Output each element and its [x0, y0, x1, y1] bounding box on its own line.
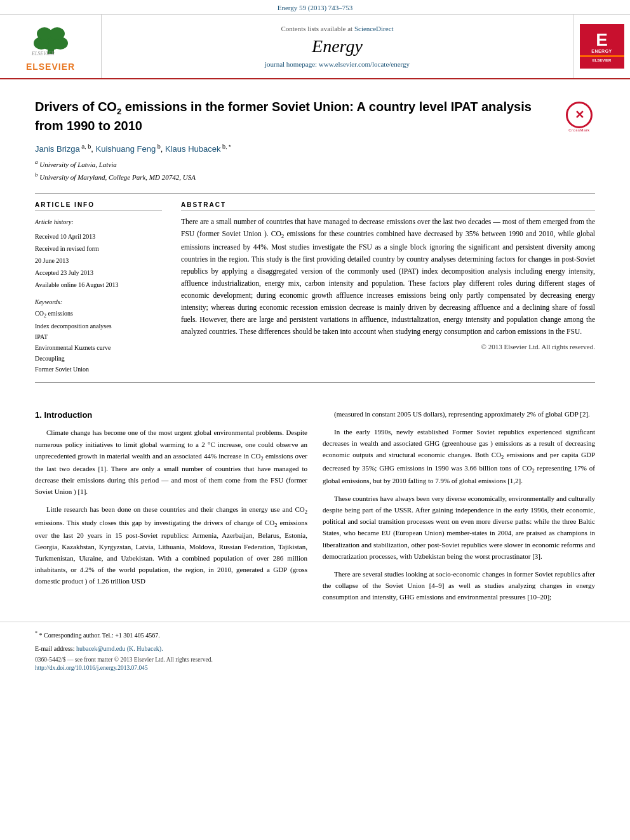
accepted-date: Accepted 23 July 2013 — [35, 267, 162, 279]
corresponding-note: * * Corresponding author. Tel.: +1 301 4… — [35, 630, 595, 641]
page-footer: * * Corresponding author. Tel.: +1 301 4… — [0, 622, 630, 677]
available-online: Available online 16 August 2013 — [35, 279, 162, 291]
feng-affil-sup: b — [156, 143, 161, 150]
energy-logo-sub: ELSEVIER — [593, 58, 612, 62]
keyword-index: Index decomposition analyses — [35, 321, 162, 331]
intro-para-5: These countries have always been very di… — [323, 493, 595, 562]
crossmark-circle: ✕ — [566, 102, 593, 128]
svg-point-5 — [50, 27, 65, 40]
article-info-abstract-section: ARTICLE INFO Article history: Received 1… — [35, 193, 595, 383]
article-content: Drivers of CO2 emissions in the former S… — [0, 79, 630, 408]
top-bar: Energy 59 (2013) 743–753 — [0, 0, 630, 15]
authors-line: Janis Brizga a, b, Kuishuang Feng b, Kla… — [35, 143, 595, 154]
intro-para-1: Climate change has become one of the mos… — [35, 427, 307, 497]
energy-logo-letter: E — [596, 31, 608, 49]
crossmark-badge[interactable]: ✕ CrossMark — [563, 102, 595, 132]
elsevier-tree-icon: ELSEVIER — [29, 21, 73, 56]
received-date: Received 10 April 2013 — [35, 230, 162, 243]
received-revised-label: Received in revised form — [35, 243, 162, 255]
article-title-text: Drivers of CO2 emissions in the former S… — [35, 98, 554, 135]
elsevier-logo: ELSEVIER ELSEVIER — [26, 21, 75, 72]
crossmark-label: CrossMark — [568, 128, 590, 132]
keyword-ekc: Environmental Kuznets curve — [35, 342, 162, 353]
body-content: 1. Introduction Climate change has becom… — [0, 408, 630, 609]
journal-reference: Energy 59 (2013) 743–753 — [278, 4, 353, 11]
email-value: hubacek@umd.edu (K. Hubacek). — [76, 645, 163, 652]
energy-logo-area: E ENERGY ELSEVIER — [573, 15, 630, 78]
sciencedirect-link[interactable]: ScienceDirect — [354, 25, 394, 32]
affiliations: a University of Latvia, Latvia b Univers… — [35, 157, 595, 183]
crossmark-cross-icon: ✕ — [575, 109, 584, 121]
two-col-body: 1. Introduction Climate change has becom… — [35, 408, 595, 609]
author-feng: Kuishuang Feng — [96, 144, 156, 154]
elsevier-text: ELSEVIER — [26, 62, 75, 72]
journal-title: Energy — [312, 36, 363, 57]
copyright-line: © 2013 Elsevier Ltd. All rights reserved… — [181, 343, 595, 350]
affiliation-b: b University of Maryland, College Park, … — [35, 170, 595, 183]
body-col-right: (measured in constant 2005 US dollars), … — [323, 408, 595, 609]
email-label: E-mail address: — [35, 645, 74, 652]
elsevier-logo-area: ELSEVIER ELSEVIER — [0, 15, 102, 78]
article-title: Drivers of CO2 emissions in the former S… — [35, 98, 554, 135]
hubacek-affil-sup: b, * — [220, 143, 231, 150]
keyword-co2: CO2 emissions — [35, 308, 162, 321]
doi-line: http://dx.doi.org/10.1016/j.energy.2013.… — [35, 665, 595, 671]
energy-logo-box: E ENERGY ELSEVIER — [580, 24, 624, 69]
doi-link[interactable]: http://dx.doi.org/10.1016/j.energy.2013.… — [35, 665, 148, 671]
svg-text:ELSEVIER: ELSEVIER — [31, 51, 55, 56]
abstract-col: ABSTRACT There are a small number of cou… — [181, 201, 595, 375]
intro-para-6: There are several studies looking at soc… — [323, 568, 595, 603]
keyword-ipat: IPAT — [35, 331, 162, 342]
affiliation-a: a University of Latvia, Latvia — [35, 157, 595, 170]
page: Energy 59 (2013) 743–753 ELSEVIER ELSEVI… — [0, 0, 630, 840]
intro-para-2: Little research has been done on these c… — [35, 503, 307, 587]
keyword-decoupling: Decoupling — [35, 353, 162, 364]
keyword-fsu: Former Soviet Union — [35, 364, 162, 375]
journal-homepage: journal homepage: www.elsevier.com/locat… — [265, 60, 410, 68]
abstract-label: ABSTRACT — [181, 201, 595, 211]
article-info-label: ARTICLE INFO — [35, 201, 162, 211]
journal-header-center: Contents lists available at ScienceDirec… — [102, 15, 573, 78]
contents-label: Contents lists available at — [281, 25, 352, 32]
journal-header: ELSEVIER ELSEVIER Contents lists availab… — [0, 15, 630, 79]
author-brizga: Janis Brizga — [35, 144, 80, 154]
keywords-section: Keywords: CO2 emissions Index decomposit… — [35, 298, 162, 375]
email-note: E-mail address: hubacek@umd.edu (K. Huba… — [35, 644, 595, 654]
intro-para-4: In the early 1990s, newly established Fo… — [323, 426, 595, 486]
section1-heading: 1. Introduction — [35, 408, 307, 422]
received-revised-date: 20 June 2013 — [35, 255, 162, 267]
abstract-text: There are a small number of countries th… — [181, 216, 595, 338]
article-info-col: ARTICLE INFO Article history: Received 1… — [35, 201, 162, 375]
brizga-affil-sup: a, b — [80, 143, 91, 150]
intro-para-3: (measured in constant 2005 US dollars), … — [323, 408, 595, 420]
energy-logo-text: ENERGY — [591, 49, 612, 53]
history-label: Article history: — [35, 216, 162, 228]
article-history: Article history: Received 10 April 2013 … — [35, 216, 162, 291]
author-hubacek: Klaus Hubacek — [165, 144, 220, 154]
keywords-label: Keywords: — [35, 298, 162, 305]
issn-line: 0360-5442/$ — see front matter © 2013 El… — [35, 657, 595, 663]
article-title-section: Drivers of CO2 emissions in the former S… — [35, 92, 595, 135]
body-col-left: 1. Introduction Climate change has becom… — [35, 408, 307, 609]
energy-logo-stripe — [580, 55, 624, 57]
sciencedirect-line: Contents lists available at ScienceDirec… — [281, 25, 393, 32]
